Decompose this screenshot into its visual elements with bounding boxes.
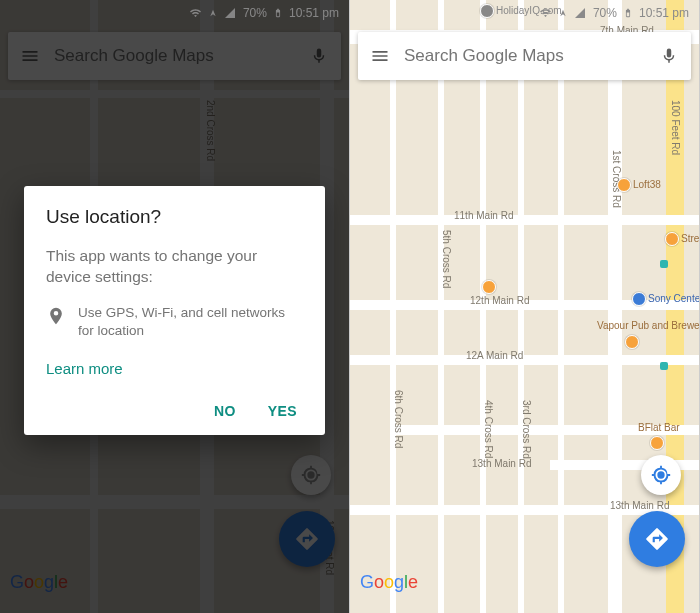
- phone-right: 7th Main Rd 11th Main Rd 12th Main Rd 12…: [350, 0, 700, 613]
- location-status-icon: [559, 7, 567, 19]
- transit-stop-icon[interactable]: [660, 362, 668, 370]
- road-label: 13th Main Rd: [610, 500, 669, 511]
- poi-streisan[interactable]: Streisan: [665, 232, 700, 246]
- road-label: 5th Cross Rd: [441, 230, 452, 288]
- road-label: 13th Main Rd: [472, 458, 531, 469]
- search-input[interactable]: [404, 46, 645, 66]
- road-label: 100 Feet Rd: [670, 100, 681, 155]
- mic-icon[interactable]: [657, 47, 681, 65]
- location-pin-icon: [46, 306, 66, 326]
- status-bar: 70% 10:51 pm: [350, 0, 699, 26]
- signal-icon: [573, 7, 587, 19]
- location-permission-dialog: Use location? This app wants to change y…: [24, 186, 325, 435]
- dialog-body: This app wants to change your device set…: [46, 246, 303, 288]
- road-label: 6th Cross Rd: [393, 390, 404, 448]
- dialog-title: Use location?: [46, 206, 303, 228]
- road-label: 3rd Cross Rd: [521, 400, 532, 459]
- restaurant-icon[interactable]: [650, 436, 664, 450]
- transit-stop-icon[interactable]: [660, 260, 668, 268]
- search-bar[interactable]: [358, 32, 691, 80]
- poi-bflat[interactable]: BFlat Bar: [638, 422, 680, 433]
- directions-fab[interactable]: [629, 511, 685, 567]
- road-label: 4th Cross Rd: [483, 400, 494, 458]
- poi-loft38[interactable]: Loft38: [617, 178, 661, 192]
- road-label: 12A Main Rd: [466, 350, 523, 361]
- battery-percent: 70%: [593, 6, 617, 20]
- restaurant-icon[interactable]: [482, 280, 496, 294]
- dialog-item-text: Use GPS, Wi-Fi, and cell networks for lo…: [78, 304, 303, 340]
- learn-more-link[interactable]: Learn more: [46, 360, 303, 377]
- yes-button[interactable]: YES: [268, 403, 297, 419]
- battery-icon: [623, 6, 633, 20]
- google-logo: Google: [360, 572, 418, 593]
- hamburger-icon[interactable]: [368, 46, 392, 66]
- clock-text: 10:51 pm: [639, 6, 689, 20]
- poi-sony[interactable]: Sony Center: [632, 292, 700, 306]
- road-label: 12th Main Rd: [470, 295, 529, 306]
- my-location-fab[interactable]: [641, 455, 681, 495]
- phone-left: 2nd Cross Rd 100 Feet Rd 70% 10:51 pm Go…: [0, 0, 350, 613]
- restaurant-icon[interactable]: [625, 335, 639, 349]
- no-button[interactable]: NO: [214, 403, 236, 419]
- wifi-icon: [538, 7, 553, 19]
- poi-vapour[interactable]: Vapour Pub and Brewery: [597, 320, 700, 331]
- road-label: 11th Main Rd: [454, 210, 513, 221]
